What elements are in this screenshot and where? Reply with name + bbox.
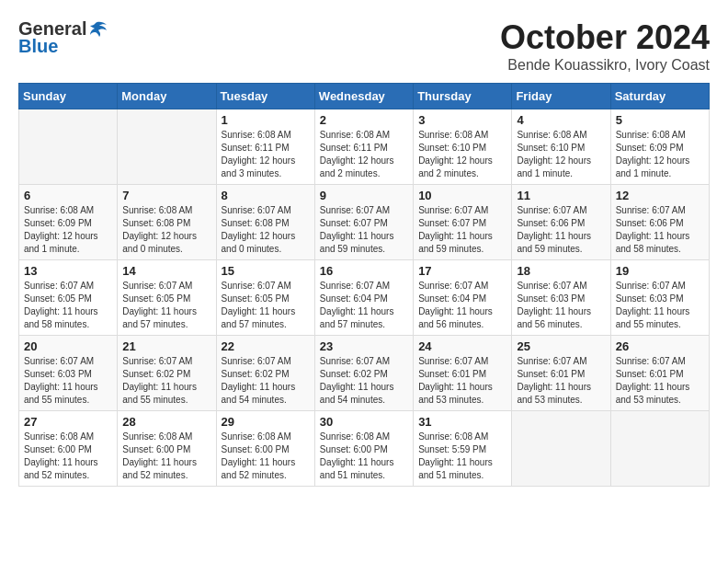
calendar-cell: 14Sunrise: 6:07 AM Sunset: 6:05 PM Dayli…: [118, 260, 216, 336]
calendar-cell: 11Sunrise: 6:07 AM Sunset: 6:06 PM Dayli…: [512, 185, 610, 260]
calendar-cell: 25Sunrise: 6:07 AM Sunset: 6:01 PM Dayli…: [512, 336, 610, 411]
calendar-cell: 27Sunrise: 6:08 AM Sunset: 6:00 PM Dayli…: [19, 411, 118, 487]
day-info: Sunrise: 6:07 AM Sunset: 6:02 PM Dayligh…: [320, 355, 408, 407]
day-info: Sunrise: 6:07 AM Sunset: 6:05 PM Dayligh…: [24, 280, 112, 331]
column-header-wednesday: Wednesday: [314, 84, 413, 109]
calendar-cell: 20Sunrise: 6:07 AM Sunset: 6:03 PM Dayli…: [19, 336, 118, 411]
day-number: 31: [418, 415, 506, 429]
day-number: 20: [24, 339, 112, 353]
day-number: 7: [122, 189, 210, 202]
calendar-cell: 12Sunrise: 6:07 AM Sunset: 6:06 PM Dayli…: [610, 185, 709, 260]
day-info: Sunrise: 6:07 AM Sunset: 6:04 PM Dayligh…: [418, 280, 506, 331]
calendar-cell: 1Sunrise: 6:08 AM Sunset: 6:11 PM Daylig…: [216, 109, 314, 185]
day-info: Sunrise: 6:08 AM Sunset: 6:00 PM Dayligh…: [24, 431, 112, 482]
calendar-cell: [512, 411, 610, 487]
column-header-thursday: Thursday: [414, 84, 512, 109]
day-number: 8: [222, 189, 310, 202]
day-number: 28: [122, 415, 210, 429]
calendar-cell: 8Sunrise: 6:07 AM Sunset: 6:08 PM Daylig…: [216, 185, 314, 260]
day-info: Sunrise: 6:07 AM Sunset: 6:02 PM Dayligh…: [222, 355, 310, 407]
page-header: General Blue October 2024 Bende Kouassik…: [18, 18, 710, 74]
day-number: 16: [320, 264, 408, 278]
day-number: 12: [616, 189, 704, 202]
calendar-cell: 6Sunrise: 6:08 AM Sunset: 6:09 PM Daylig…: [19, 185, 118, 260]
day-number: 24: [418, 339, 506, 353]
day-info: Sunrise: 6:07 AM Sunset: 6:01 PM Dayligh…: [616, 355, 704, 407]
calendar-cell: 10Sunrise: 6:07 AM Sunset: 6:07 PM Dayli…: [414, 185, 512, 260]
day-number: 27: [24, 415, 112, 429]
day-number: 11: [517, 189, 605, 202]
calendar-week-row: 13Sunrise: 6:07 AM Sunset: 6:05 PM Dayli…: [19, 260, 710, 336]
column-header-saturday: Saturday: [610, 84, 709, 109]
day-info: Sunrise: 6:08 AM Sunset: 6:11 PM Dayligh…: [222, 129, 310, 180]
day-info: Sunrise: 6:07 AM Sunset: 6:08 PM Dayligh…: [222, 204, 310, 256]
day-info: Sunrise: 6:07 AM Sunset: 6:07 PM Dayligh…: [418, 204, 506, 256]
day-number: 10: [418, 189, 506, 202]
day-number: 14: [122, 264, 210, 278]
calendar-cell: 18Sunrise: 6:07 AM Sunset: 6:03 PM Dayli…: [512, 260, 610, 336]
day-info: Sunrise: 6:08 AM Sunset: 6:11 PM Dayligh…: [320, 129, 408, 180]
day-info: Sunrise: 6:07 AM Sunset: 6:03 PM Dayligh…: [517, 280, 605, 331]
day-info: Sunrise: 6:07 AM Sunset: 6:05 PM Dayligh…: [122, 280, 210, 331]
calendar-week-row: 6Sunrise: 6:08 AM Sunset: 6:09 PM Daylig…: [19, 185, 710, 260]
day-info: Sunrise: 6:07 AM Sunset: 6:05 PM Dayligh…: [222, 280, 310, 331]
day-info: Sunrise: 6:07 AM Sunset: 6:01 PM Dayligh…: [517, 355, 605, 407]
day-number: 13: [24, 264, 112, 278]
calendar-cell: 4Sunrise: 6:08 AM Sunset: 6:10 PM Daylig…: [512, 109, 610, 185]
calendar-header-row: SundayMondayTuesdayWednesdayThursdayFrid…: [19, 84, 710, 109]
column-header-sunday: Sunday: [19, 84, 118, 109]
calendar-cell: 28Sunrise: 6:08 AM Sunset: 6:00 PM Dayli…: [118, 411, 216, 487]
day-info: Sunrise: 6:08 AM Sunset: 6:00 PM Dayligh…: [222, 431, 310, 482]
calendar-cell: 17Sunrise: 6:07 AM Sunset: 6:04 PM Dayli…: [414, 260, 512, 336]
day-number: 29: [222, 415, 310, 429]
calendar-cell: 24Sunrise: 6:07 AM Sunset: 6:01 PM Dayli…: [414, 336, 512, 411]
calendar-cell: 7Sunrise: 6:08 AM Sunset: 6:08 PM Daylig…: [118, 185, 216, 260]
day-number: 15: [222, 264, 310, 278]
calendar-cell: 5Sunrise: 6:08 AM Sunset: 6:09 PM Daylig…: [610, 109, 709, 185]
day-number: 9: [320, 189, 408, 202]
day-info: Sunrise: 6:08 AM Sunset: 6:00 PM Dayligh…: [320, 431, 408, 482]
day-number: 17: [418, 264, 506, 278]
day-number: 26: [616, 339, 704, 353]
column-header-monday: Monday: [118, 84, 216, 109]
calendar-cell: 9Sunrise: 6:07 AM Sunset: 6:07 PM Daylig…: [314, 185, 413, 260]
day-number: 23: [320, 339, 408, 353]
day-info: Sunrise: 6:07 AM Sunset: 6:06 PM Dayligh…: [517, 204, 605, 256]
calendar-cell: [19, 109, 118, 185]
calendar-cell: 3Sunrise: 6:08 AM Sunset: 6:10 PM Daylig…: [414, 109, 512, 185]
calendar-cell: 13Sunrise: 6:07 AM Sunset: 6:05 PM Dayli…: [19, 260, 118, 336]
day-info: Sunrise: 6:07 AM Sunset: 6:03 PM Dayligh…: [616, 280, 704, 331]
calendar-cell: 31Sunrise: 6:08 AM Sunset: 5:59 PM Dayli…: [414, 411, 512, 487]
column-header-friday: Friday: [512, 84, 610, 109]
logo-bird-icon: [88, 21, 108, 38]
day-number: 19: [616, 264, 704, 278]
day-number: 30: [320, 415, 408, 429]
day-number: 5: [616, 113, 704, 127]
calendar-cell: 22Sunrise: 6:07 AM Sunset: 6:02 PM Dayli…: [216, 336, 314, 411]
day-info: Sunrise: 6:08 AM Sunset: 6:10 PM Dayligh…: [517, 129, 605, 180]
day-info: Sunrise: 6:07 AM Sunset: 6:02 PM Dayligh…: [122, 355, 210, 407]
day-info: Sunrise: 6:08 AM Sunset: 6:08 PM Dayligh…: [122, 204, 210, 256]
day-number: 4: [517, 113, 605, 127]
day-info: Sunrise: 6:08 AM Sunset: 6:09 PM Dayligh…: [616, 129, 704, 180]
month-title: October 2024: [500, 18, 710, 57]
calendar-table: SundayMondayTuesdayWednesdayThursdayFrid…: [18, 83, 710, 487]
day-number: 6: [24, 189, 112, 202]
day-info: Sunrise: 6:07 AM Sunset: 6:03 PM Dayligh…: [24, 355, 112, 407]
day-number: 25: [517, 339, 605, 353]
day-info: Sunrise: 6:07 AM Sunset: 6:06 PM Dayligh…: [616, 204, 704, 256]
day-number: 3: [418, 113, 506, 127]
day-number: 21: [122, 339, 210, 353]
calendar-cell: 16Sunrise: 6:07 AM Sunset: 6:04 PM Dayli…: [314, 260, 413, 336]
day-info: Sunrise: 6:08 AM Sunset: 6:00 PM Dayligh…: [122, 431, 210, 482]
calendar-cell: [118, 109, 216, 185]
day-info: Sunrise: 6:08 AM Sunset: 5:59 PM Dayligh…: [418, 431, 506, 482]
calendar-week-row: 27Sunrise: 6:08 AM Sunset: 6:00 PM Dayli…: [19, 411, 710, 487]
calendar-cell: [610, 411, 709, 487]
day-number: 2: [320, 113, 408, 127]
calendar-cell: 23Sunrise: 6:07 AM Sunset: 6:02 PM Dayli…: [314, 336, 413, 411]
calendar-cell: 21Sunrise: 6:07 AM Sunset: 6:02 PM Dayli…: [118, 336, 216, 411]
column-header-tuesday: Tuesday: [216, 84, 314, 109]
calendar-cell: 26Sunrise: 6:07 AM Sunset: 6:01 PM Dayli…: [610, 336, 709, 411]
title-area: October 2024 Bende Kouassikro, Ivory Coa…: [500, 18, 710, 74]
